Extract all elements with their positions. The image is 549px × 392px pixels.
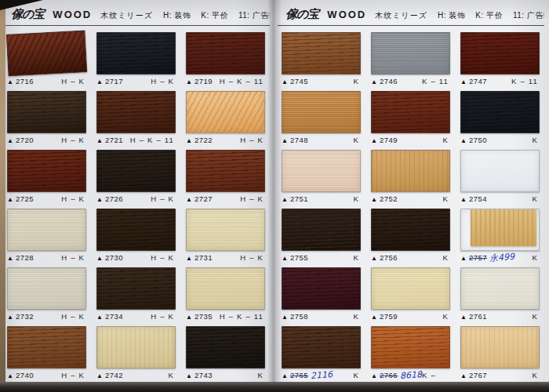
- triangle-icon: ▲: [186, 194, 192, 205]
- wood-sample: [6, 30, 88, 76]
- triangle-icon: ▲: [460, 371, 467, 381]
- swatch-grade: K: [353, 252, 359, 263]
- swatch-grade: H – K: [61, 370, 85, 380]
- triangle-icon: ▲: [186, 371, 192, 381]
- swatch-label: ▲2761K: [460, 310, 540, 321]
- legend-11: 11: 广告软片: [238, 10, 270, 21]
- swatch-label: ▲27668618K – 11: [371, 368, 450, 380]
- swatch-code: 2734: [105, 311, 123, 321]
- wood-sample: [96, 150, 176, 192]
- swatch-grade: H – K: [61, 311, 85, 321]
- swatch-grade: H – K: [61, 252, 85, 263]
- handwritten-annotation: 2116: [311, 369, 333, 381]
- swatch-code: 2751: [290, 194, 308, 204]
- legend-k: K: 平价: [475, 10, 503, 21]
- swatch-cell: ▲27652116K: [282, 326, 361, 380]
- swatch-id-group: ▲2751: [282, 194, 308, 205]
- swatch-id-group: ▲2735: [186, 311, 213, 322]
- catalog-page-left: 傢の宝 WOOD 木纹ミリーズ H: 装饰 K: 平价 11: 广告软片 ▲27…: [0, 0, 274, 392]
- swatch-grade: H – K: [61, 135, 85, 145]
- swatch-cell: ▲2716H – K: [7, 32, 86, 86]
- swatch-code: 2761: [469, 311, 487, 321]
- triangle-icon: ▲: [186, 77, 192, 87]
- triangle-icon: ▲: [371, 77, 377, 87]
- wood-sample: [371, 326, 450, 368]
- swatch-id-group: ▲2750: [460, 135, 487, 146]
- swatch-grade: K: [532, 311, 538, 321]
- swatch-id-group: ▲2734: [96, 311, 123, 322]
- wood-sample: [371, 150, 450, 192]
- swatch-grade: K: [168, 370, 174, 380]
- swatch-grade: K: [442, 252, 449, 263]
- swatch-label: ▲2746K – 11: [371, 74, 450, 86]
- swatch-code: 2727: [195, 194, 213, 204]
- wood-sample: [186, 150, 265, 192]
- wood-sample: [7, 150, 86, 192]
- swatch-id-group: ▲2747: [460, 76, 487, 87]
- swatch-cell: ▲2758K: [282, 267, 361, 321]
- wood-sample: [96, 32, 176, 74]
- wood-sample: [282, 91, 361, 133]
- swatch-label: ▲2719H – K – 11: [186, 74, 265, 86]
- wood-sample: [282, 326, 361, 368]
- swatch-code: 2759: [380, 311, 398, 321]
- triangle-icon: ▲: [96, 136, 103, 146]
- swatch-cell: ▲2730H – K: [96, 209, 176, 263]
- swatch-code: 2745: [290, 76, 308, 86]
- wood-sample: [7, 91, 86, 133]
- swatch-cell: ▲2722H – K: [186, 91, 265, 145]
- swatch-id-group: ▲2717: [96, 76, 123, 87]
- swatch-code: 2725: [16, 194, 34, 204]
- swatch-id-group: ▲27652116: [282, 370, 333, 381]
- wood-title: WOOD: [53, 9, 92, 20]
- swatch-id-group: ▲2745: [282, 76, 308, 87]
- swatch-id-group: ▲2749: [371, 135, 398, 146]
- swatch-id-group: ▲2759: [371, 311, 398, 322]
- triangle-icon: ▲: [282, 77, 288, 87]
- wood-sample: [371, 91, 450, 133]
- triangle-icon: ▲: [96, 371, 103, 381]
- swatch-cell: ▲2754K: [460, 150, 540, 204]
- swatch-label: ▲2740H – K: [7, 368, 86, 380]
- wood-sample: [96, 209, 176, 251]
- swatch-cell: ▲2743K: [186, 326, 265, 380]
- wood-sample: [186, 209, 265, 251]
- swatch-cell: ▲2759K: [371, 267, 450, 321]
- swatch-label: ▲2749K: [371, 133, 450, 145]
- swatch-code: 2766: [380, 370, 398, 380]
- swatch-cell: ▲2761K: [460, 267, 540, 321]
- swatch-cell: ▲2732H – K: [7, 267, 86, 321]
- swatch-code: 2728: [16, 252, 34, 263]
- swatch-grade: K – 11: [422, 76, 449, 86]
- triangle-icon: ▲: [7, 194, 13, 205]
- wood-sample: [460, 32, 540, 74]
- wood-sample: [186, 32, 265, 74]
- swatch-grade: H – K: [240, 135, 264, 145]
- swatch-id-group: ▲2752: [371, 194, 398, 205]
- swatch-grid-right: ▲2745K▲2746K – 11▲2747K – 11▲2748K▲2749K…: [274, 26, 549, 380]
- legend-k: K: 平价: [201, 10, 228, 21]
- legend-h: H: 装饰: [163, 10, 191, 21]
- table-edge: [0, 382, 549, 392]
- swatch-cell: ▲2728H – K: [7, 209, 86, 263]
- brand-logo: 傢の宝: [285, 7, 318, 22]
- triangle-icon: ▲: [371, 136, 377, 146]
- swatch-label: ▲2716H – K: [7, 74, 86, 86]
- swatch-cell: ▲2725H – K: [7, 150, 86, 204]
- swatch-cell: ▲2751K: [282, 150, 361, 204]
- cover-corner: [0, 0, 43, 10]
- swatch-cell: ▲2748K: [282, 91, 361, 145]
- swatch-id-group: ▲2720: [7, 135, 34, 146]
- swatch-code: 2731: [195, 252, 213, 263]
- triangle-icon: ▲: [7, 371, 13, 381]
- swatch-id-group: ▲2767: [460, 370, 487, 381]
- swatch-code: 2726: [105, 194, 123, 204]
- swatch-label: ▲2751K: [282, 192, 361, 204]
- triangle-icon: ▲: [7, 253, 13, 263]
- swatch-cell: ▲2752K: [371, 150, 450, 204]
- swatch-label: ▲2754K: [460, 192, 540, 204]
- swatch-code: 2735: [195, 311, 213, 321]
- swatch-code: 2740: [16, 370, 34, 380]
- swatch-label: ▲2759K: [371, 310, 450, 321]
- triangle-icon: ▲: [186, 253, 192, 263]
